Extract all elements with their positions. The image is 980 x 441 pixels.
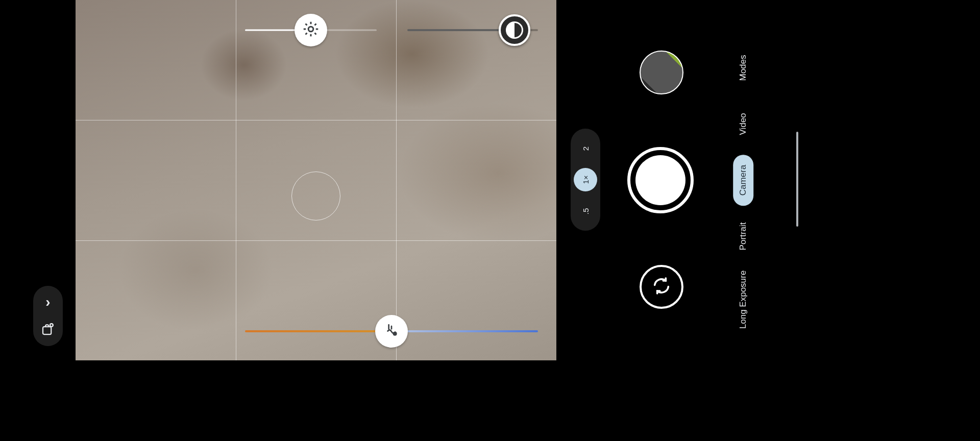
shadows-slider[interactable] [407, 29, 538, 32]
focus-indicator-ring[interactable] [291, 172, 340, 220]
svg-line-6 [315, 33, 316, 35]
camera-app-root: › 2 1× .5 [0, 0, 800, 360]
capture-mode-rail[interactable]: Modes Video Camera Portrait Long Exposur… [713, 0, 774, 360]
white-balance-slider-thumb[interactable] [375, 315, 408, 348]
switch-camera-button[interactable] [640, 265, 683, 309]
side-scroll-indicator [796, 132, 798, 227]
quick-settings-pill: › [33, 286, 63, 346]
shutter-button-inner [635, 155, 685, 205]
grid-line [396, 0, 397, 360]
svg-rect-12 [43, 327, 51, 334]
gallery-thumbnail-button[interactable] [640, 51, 683, 94]
camera-flip-icon [651, 276, 672, 298]
grid-line [76, 120, 556, 120]
svg-point-0 [308, 27, 313, 32]
white-balance-slider[interactable] [245, 330, 538, 333]
mode-camera[interactable]: Camera [733, 155, 753, 206]
shadows-icon [506, 21, 523, 39]
svg-line-5 [306, 24, 307, 26]
svg-point-11 [393, 332, 397, 336]
grid-line [76, 240, 556, 241]
mode-video[interactable]: Video [733, 103, 753, 145]
mode-modes[interactable]: Modes [733, 44, 753, 91]
zoom-level-1x[interactable]: 1× [574, 168, 597, 191]
chevron-right-icon: › [45, 294, 50, 310]
shutter-button[interactable] [627, 147, 694, 213]
grid-line [236, 0, 236, 360]
zoom-level-selector: 2 1× .5 [571, 129, 600, 231]
slider-track-warm [245, 330, 391, 332]
svg-line-8 [315, 24, 316, 26]
svg-line-7 [306, 33, 307, 35]
zoom-level-0_5x[interactable]: .5 [574, 200, 597, 223]
shadows-slider-thumb[interactable] [499, 14, 530, 46]
brightness-slider[interactable] [245, 29, 377, 32]
settings-effects-button[interactable] [40, 322, 56, 337]
white-balance-icon [383, 322, 400, 340]
mode-portrait[interactable]: Portrait [733, 212, 753, 261]
svg-point-13 [50, 324, 53, 327]
camera-viewfinder[interactable] [76, 0, 556, 360]
brightness-icon [302, 20, 320, 40]
mode-long-exposure[interactable]: Long Exposure [733, 260, 753, 339]
zoom-level-2x[interactable]: 2 [574, 137, 597, 160]
slider-track-cool [391, 330, 538, 332]
expand-quick-settings-button[interactable]: › [45, 295, 50, 309]
brightness-slider-thumb[interactable] [295, 14, 327, 46]
settings-effects-icon [40, 322, 56, 337]
